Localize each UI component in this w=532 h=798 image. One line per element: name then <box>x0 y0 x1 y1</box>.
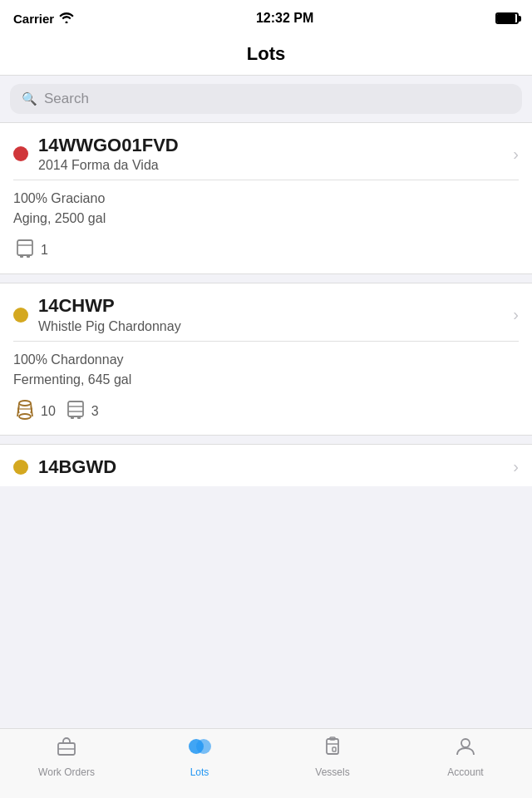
lot-header-3: 14BGWD › <box>0 445 532 486</box>
svg-rect-9 <box>68 401 83 416</box>
lots-icon <box>187 736 212 763</box>
lot-status-dot-2 <box>13 308 28 323</box>
lot-2-barrel-count: 10 <box>41 404 56 419</box>
svg-point-22 <box>461 739 470 747</box>
lot-code-2: 14CHWP <box>38 295 506 317</box>
svg-rect-21 <box>332 747 336 751</box>
lot-2-tank-count: 3 <box>91 404 99 419</box>
lot-status-dot-1 <box>13 146 28 161</box>
tab-lots-label: Lots <box>190 766 209 778</box>
svg-rect-10 <box>71 416 74 419</box>
lot-name-1: 2014 Forma da Vida <box>38 158 506 173</box>
lot-status-dot-3 <box>13 460 28 475</box>
tab-account-label: Account <box>447 766 483 778</box>
lot-details-1: 100% Graciano Aging, 2500 gal 1 <box>0 180 532 273</box>
status-bar: Carrier 12:32 PM <box>0 0 532 37</box>
svg-point-17 <box>196 739 211 754</box>
vessel-barrel-2: 10 <box>13 398 56 425</box>
chevron-right-icon-3: › <box>513 457 519 476</box>
tab-work-orders[interactable]: Work Orders <box>0 736 133 778</box>
vessel-tank-2: 3 <box>64 398 99 425</box>
lot-card-3[interactable]: 14BGWD › <box>0 444 532 486</box>
lot-card-1[interactable]: 14WWGO01FVD 2014 Forma da Vida › 100% Gr… <box>0 122 532 274</box>
status-bar-right <box>495 12 519 24</box>
lot-code-3: 14BGWD <box>38 456 506 478</box>
svg-rect-11 <box>77 416 81 419</box>
tab-vessels[interactable]: Vessels <box>266 736 399 778</box>
svg-rect-0 <box>17 240 32 255</box>
chevron-right-icon-2: › <box>513 305 519 324</box>
lot-composition-1: 100% Graciano Aging, 2500 gal <box>13 189 519 229</box>
lot-composition-2: 100% Chardonnay Fermenting, 645 gal <box>13 350 519 390</box>
svg-point-5 <box>19 414 31 419</box>
lot-title-block-1: 14WWGO01FVD 2014 Forma da Vida <box>38 135 506 173</box>
search-container: 🔍 Search <box>0 76 532 122</box>
lot-title-block-3: 14BGWD <box>38 456 506 478</box>
lot-title-block-2: 14CHWP Whistle Pig Chardonnay <box>38 295 506 333</box>
svg-rect-1 <box>20 255 23 258</box>
lot-vessels-1: 1 <box>13 237 519 264</box>
lot-name-2: Whistle Pig Chardonnay <box>38 319 506 334</box>
lot-code-1: 14WWGO01FVD <box>38 135 506 156</box>
svg-point-4 <box>19 401 31 406</box>
lot-header-2: 14CHWP Whistle Pig Chardonnay › <box>0 283 532 340</box>
lot-list: 14WWGO01FVD 2014 Forma da Vida › 100% Gr… <box>0 122 532 724</box>
carrier-text: Carrier <box>13 12 54 26</box>
vessel-tank-1: 1 <box>13 237 48 264</box>
tab-bar: Work Orders Lots Vessels <box>0 728 532 798</box>
tab-work-orders-label: Work Orders <box>38 766 95 778</box>
svg-rect-2 <box>27 255 30 258</box>
lot-card-2[interactable]: 14CHWP Whistle Pig Chardonnay › 100% Cha… <box>0 283 532 435</box>
status-bar-time: 12:32 PM <box>256 11 313 26</box>
tab-lots[interactable]: Lots <box>133 736 266 778</box>
status-bar-left: Carrier <box>13 12 74 26</box>
tank-icon-2 <box>64 398 87 425</box>
barrel-icon-2 <box>13 398 37 425</box>
lot-details-2: 100% Chardonnay Fermenting, 645 gal <box>0 342 532 435</box>
tank-icon-1 <box>13 237 37 264</box>
account-icon <box>455 736 476 763</box>
wifi-icon <box>59 12 74 26</box>
briefcase-icon <box>56 736 77 763</box>
search-input[interactable]: Search <box>44 91 89 107</box>
page-title: Lots <box>0 43 532 65</box>
search-bar[interactable]: 🔍 Search <box>10 84 522 114</box>
chevron-right-icon-1: › <box>513 145 519 164</box>
lot-1-tank-count: 1 <box>41 243 48 258</box>
vessels-icon <box>322 736 343 763</box>
page-title-bar: Lots <box>0 37 532 76</box>
lot-vessels-2: 10 3 <box>13 398 519 425</box>
tab-vessels-label: Vessels <box>315 766 349 778</box>
lot-header-1: 14WWGO01FVD 2014 Forma da Vida › <box>0 123 532 180</box>
search-icon: 🔍 <box>22 91 37 106</box>
tab-account[interactable]: Account <box>399 736 532 778</box>
battery-icon <box>495 12 519 24</box>
